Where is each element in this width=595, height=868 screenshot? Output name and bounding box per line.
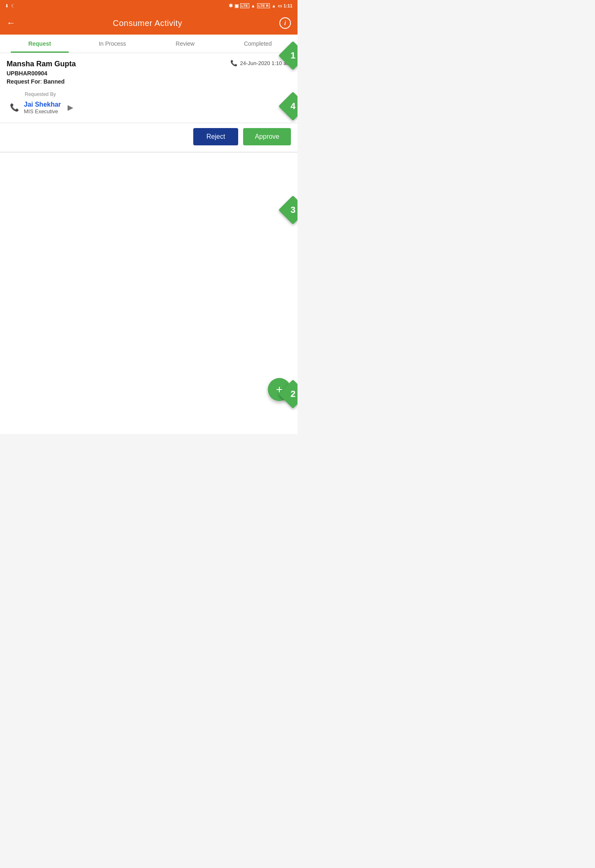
vibrate-icon: ▣ [234, 3, 239, 9]
signal2-icon: ▲ [272, 3, 276, 8]
time-display: 1:11 [283, 3, 293, 8]
info-button[interactable]: i [279, 17, 291, 29]
badge-2-label: 2 [290, 389, 295, 399]
badge-2: 2 [283, 384, 298, 404]
empty-content [0, 152, 298, 317]
request-for: Request For: Banned [7, 78, 291, 85]
consumer-id: UPBHAR00904 [7, 70, 291, 77]
requester-phone-icon[interactable]: 📞 [10, 103, 19, 112]
download-icon: ⬇ [5, 3, 9, 9]
consumer-name: Mansha Ram Gupta [7, 60, 76, 68]
badge-4-label: 4 [290, 101, 295, 112]
battery-icon: ▭ [278, 3, 282, 9]
badge-3: 3 [283, 200, 298, 220]
tab-in-process[interactable]: In Process [76, 35, 149, 53]
status-bar-right: ✱ ▣ LTE ▲ LTE R ▲ ▭ 1:11 [229, 3, 293, 9]
app-title: Consumer Activity [113, 19, 183, 28]
badge-1-label: 1 [290, 50, 295, 61]
phone-icon: 📞 [230, 60, 237, 66]
requested-by-section: Requested By 📞 Jai Shekhar MIS Executive… [7, 91, 291, 116]
app-bar: ← Consumer Activity i [0, 12, 298, 35]
requester-name[interactable]: Jai Shekhar [24, 100, 61, 108]
lte-label: LTE [240, 3, 249, 8]
status-bar: ⬇ ☾ ✱ ▣ LTE ▲ LTE R ▲ ▭ 1:11 [0, 0, 298, 12]
back-button[interactable]: ← [7, 18, 16, 28]
requester-row: 📞 Jai Shekhar MIS Executive ▶ [10, 100, 73, 114]
signal-icon: ▲ [251, 3, 255, 8]
card-header: Mansha Ram Gupta 📞 24-Jun-2020 1:10 am [7, 60, 291, 68]
play-button[interactable]: ▶ [68, 103, 73, 112]
lte-r-label: LTE R [257, 3, 270, 8]
app-wrapper: ⬇ ☾ ✱ ▣ LTE ▲ LTE R ▲ ▭ 1:11 ← Consumer … [0, 0, 298, 434]
requested-by-label: Requested By [25, 91, 298, 97]
bluetooth-icon: ✱ [229, 3, 233, 9]
moon-icon: ☾ [11, 3, 15, 9]
badge-4: 4 [283, 96, 298, 117]
tab-review[interactable]: Review [149, 35, 222, 53]
badge-3-label: 3 [290, 205, 295, 215]
approve-button[interactable]: Approve [243, 128, 291, 145]
tabs-bar: Request In Process Review Completed [0, 35, 298, 53]
action-buttons: Reject Approve [0, 123, 298, 152]
badge-1: 1 [283, 45, 298, 66]
requester-role: MIS Executive [24, 108, 61, 114]
status-bar-left: ⬇ ☾ [5, 3, 15, 9]
requester-info: Jai Shekhar MIS Executive [24, 100, 61, 114]
call-info: 📞 24-Jun-2020 1:10 am [230, 60, 291, 66]
tab-request[interactable]: Request [3, 35, 76, 53]
reject-button[interactable]: Reject [193, 128, 238, 145]
consumer-card: Mansha Ram Gupta 📞 24-Jun-2020 1:10 am U… [0, 53, 298, 123]
